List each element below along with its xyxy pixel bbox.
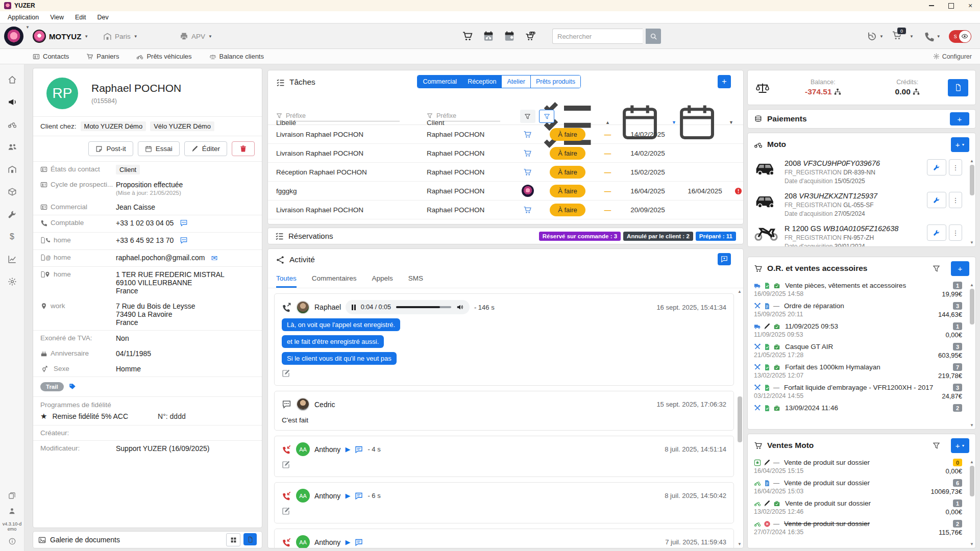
calendar-wrench-icon[interactable] (504, 31, 515, 42)
chat-icon[interactable] (355, 492, 363, 500)
libelle-filter-input[interactable] (285, 112, 400, 120)
close-button[interactable]: × (961, 0, 980, 11)
delete-button[interactable] (232, 141, 255, 156)
minimize-button[interactable] (922, 0, 941, 11)
sale-row[interactable]: —Vente de produit sur dossier 6 16/04/20… (748, 477, 975, 497)
funnel-icon[interactable] (933, 442, 940, 449)
task-row[interactable]: Livraison Raphael POCHON Raphael POCHON … (268, 201, 743, 219)
activity-tab-toutes[interactable]: Toutes (276, 274, 297, 288)
menu-view[interactable]: View (44, 14, 69, 21)
edit-entry-icon[interactable] (282, 507, 290, 515)
cart-moto-icon[interactable] (525, 31, 536, 42)
chat-icon[interactable] (355, 445, 363, 454)
balance-report-button[interactable] (948, 79, 968, 96)
player-progress[interactable] (396, 306, 451, 308)
menu-application[interactable]: Application (2, 14, 44, 21)
sale-row[interactable]: Casque GT AIR 3 21/05/2025 17:28603,95€ (748, 341, 975, 361)
phone-icon[interactable] (924, 31, 935, 42)
search-input[interactable] (552, 29, 643, 44)
rail-wrench-icon[interactable] (0, 203, 24, 226)
user-status-pill[interactable]: s (949, 30, 971, 43)
funnel-icon[interactable] (933, 265, 940, 272)
add-payment-button[interactable]: + (950, 112, 969, 126)
calendar-moto-icon[interactable] (483, 31, 494, 42)
rail-home-icon[interactable] (0, 68, 24, 91)
rail-chart-icon[interactable] (0, 248, 24, 270)
vehicle-workshop-button[interactable] (927, 159, 946, 176)
rail-person-icon[interactable] (0, 503, 24, 518)
sort-desc-icon-active[interactable]: ▼ (672, 120, 676, 125)
calendar-icon[interactable] (676, 102, 718, 143)
rail-box-icon[interactable] (0, 181, 24, 203)
rail-info-icon[interactable] (0, 535, 24, 548)
menu-dev[interactable]: Dev (92, 14, 114, 21)
maximize-button[interactable] (941, 0, 961, 11)
client-tag[interactable]: Trail (40, 382, 64, 391)
vehicle-menu-button[interactable]: ⋮ (949, 159, 962, 176)
sale-row[interactable]: —Vente de produit sur dossier 0 16/04/20… (748, 457, 975, 477)
add-vente-button[interactable]: + ▼ (951, 438, 969, 453)
cart-icon[interactable] (462, 31, 473, 42)
rail-megaphone-icon[interactable] (0, 91, 24, 113)
gallery-grid-button[interactable] (226, 533, 240, 546)
task-status-badge[interactable]: À faire (550, 166, 585, 179)
reservation-status-badge[interactable]: Réservé sur commande : 3 (539, 232, 621, 241)
tab-balance-clients[interactable]: Balance clients (209, 53, 264, 60)
sale-row[interactable]: Vente pièces, vêtements et accessoires 1… (748, 280, 975, 300)
edit-button[interactable]: Éditer (184, 141, 227, 156)
cart-menu[interactable]: 0 (892, 30, 902, 42)
sale-row[interactable]: Forfait des 1000km Hymalayan 7 13/02/202… (748, 361, 975, 382)
essai-button[interactable]: Essai (138, 141, 180, 156)
client-filter-input[interactable] (435, 112, 500, 120)
sort-asc-icon[interactable]: ▲ (605, 120, 610, 125)
rail-users-icon[interactable] (0, 136, 24, 158)
vehicle-row[interactable]: 2008 VF3CU9HP0FY039676 FR_REGISTRATION D… (748, 156, 975, 188)
status-filter-button[interactable] (539, 110, 554, 123)
app-logo-button[interactable]: ▼ (4, 24, 23, 48)
tasks-filter-atelier[interactable]: Atelier (501, 76, 530, 88)
tag-icon[interactable] (69, 383, 76, 390)
cart-icon[interactable] (523, 206, 532, 214)
history-icon[interactable] (867, 31, 877, 42)
send-mail-button[interactable]: ✉ (211, 254, 218, 263)
vehicle-row[interactable]: 208 VR3UHZKXZNT125937 FR_REGISTRATION GL… (748, 188, 975, 221)
send-sms-button[interactable] (180, 219, 188, 229)
add-task-button[interactable]: + (718, 75, 731, 88)
org-selector[interactable]: MOTYUZ ▼ (33, 24, 88, 48)
task-row[interactable]: Livraison Raphael POCHON Raphael POCHON … (268, 144, 743, 163)
gallery-doc-button[interactable] (243, 533, 257, 545)
tab-paniers[interactable]: Paniers (86, 53, 119, 60)
eye-icon[interactable] (959, 31, 971, 42)
alert-icon[interactable] (734, 187, 742, 195)
vehicle-menu-button[interactable]: ⋮ (949, 224, 962, 241)
sale-row[interactable]: 13/09/2024 11:46 2 (748, 402, 975, 415)
edit-entry-icon[interactable] (282, 461, 290, 469)
edit-entry-icon[interactable] (282, 369, 290, 378)
tasks-filter-pr-ts-produits[interactable]: Prêts produits (530, 76, 580, 88)
vehicle-menu-button[interactable]: ⋮ (949, 192, 962, 208)
activity-scrollbar[interactable]: ▲ ▼ (737, 289, 743, 547)
dept-selector[interactable]: APV ▼ (180, 24, 212, 48)
vehicle-workshop-button[interactable] (927, 192, 946, 208)
sale-row[interactable]: —Forfait liquide d'embrayage - VFR1200XH… (748, 382, 975, 402)
rail-gear-icon[interactable] (0, 270, 24, 293)
configure-button[interactable]: Configurer (933, 53, 972, 60)
postit-button[interactable]: Post-it (88, 141, 133, 156)
chevron-down-icon[interactable]: ▼ (910, 34, 914, 39)
play-icon[interactable]: ▶ (345, 492, 350, 499)
add-vehicle-button[interactable]: + ▼ (951, 137, 969, 152)
hierarchy-icon[interactable] (834, 88, 841, 95)
sale-row[interactable]: Vente de produit sur dossier 1 13/02/202… (748, 497, 975, 518)
search-button[interactable] (646, 29, 661, 44)
rail-copy-icon[interactable] (0, 488, 24, 503)
client-company-badge[interactable]: Moto YUZER Démo (81, 121, 146, 131)
cart-icon[interactable] (523, 130, 532, 139)
activity-tab-sms[interactable]: SMS (408, 274, 423, 288)
chat-icon[interactable] (355, 538, 363, 546)
client-company-badge[interactable]: Vélo YUZER Démo (150, 121, 214, 131)
filter-button[interactable] (520, 110, 535, 123)
menu-edit[interactable]: Edit (69, 14, 92, 21)
rail-dollar-icon[interactable]: $ (0, 226, 24, 248)
task-status-badge[interactable]: À faire (550, 128, 585, 141)
sort-desc-icon[interactable]: ▼ (729, 120, 733, 125)
